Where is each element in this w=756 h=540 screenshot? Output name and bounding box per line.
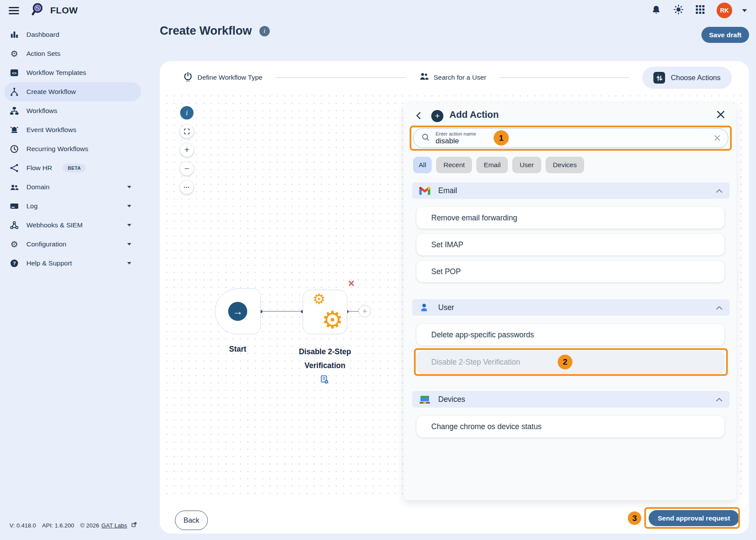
step-search-for-user[interactable]: Search for a User (419, 71, 486, 84)
panel-add-plus-button[interactable]: + (431, 110, 443, 122)
filter-chips: All Recent Email User Devices (413, 157, 584, 173)
action-node-disable-2step[interactable]: ⚙ ⚙ (303, 290, 347, 334)
sidebar-item-label: Create Workflow (26, 88, 76, 96)
user-avatar[interactable]: RK (717, 3, 732, 18)
start-arrow-icon: → (228, 302, 247, 321)
sidebar-item-webhooks-siem[interactable]: Webhooks & SIEM (4, 216, 141, 235)
annotation-circle-3: 3 (628, 511, 641, 525)
help-icon: ? (9, 259, 20, 268)
sidebar-item-dashboard[interactable]: Dashboard (4, 25, 141, 44)
action-item-remove-email-forwarding[interactable]: Remove email forwarding (417, 207, 724, 229)
event-workflows-siren-icon (9, 125, 20, 135)
action-search-input[interactable] (436, 137, 617, 146)
sidebar-item-configuration[interactable]: ⚙ Configuration (4, 235, 141, 254)
sidebar-item-event-workflows[interactable]: Event Workflows (4, 120, 141, 139)
action-node-label: Disable 2-Step Verification (285, 345, 365, 372)
action-item-set-pop[interactable]: Set POP (417, 261, 724, 282)
canvas-toolbar: i + − ••• (180, 106, 194, 194)
chip-all[interactable]: All (413, 157, 432, 173)
sidebar-item-label: Workflows (26, 107, 57, 115)
action-item-set-imap[interactable]: Set IMAP (417, 234, 724, 255)
choose-actions-icon (653, 72, 665, 84)
start-node-label: Start (210, 345, 265, 354)
chip-email[interactable]: Email (476, 157, 508, 173)
app-version: V: 0.418.0 (10, 522, 36, 529)
info-icon[interactable]: i (259, 26, 270, 36)
sidebar-item-create-workflow[interactable]: Create Workflow (4, 82, 141, 101)
more-options-button[interactable]: ••• (180, 181, 194, 194)
action-item-change-chrome-os-device-status[interactable]: Change chrome os device status (417, 416, 724, 437)
annotation-circle-2: 2 (558, 355, 572, 369)
node-connector (347, 311, 359, 312)
sidebar-item-log[interactable]: Log (4, 197, 141, 216)
chevron-down-icon (127, 204, 137, 208)
section-header-user[interactable]: User (412, 299, 730, 316)
sidebar-item-domain[interactable]: Domain (4, 178, 141, 197)
back-button[interactable]: Back (175, 511, 208, 530)
zoom-out-button[interactable]: − (180, 162, 194, 175)
sidebar-item-workflow-templates[interactable]: <> Workflow Templates (4, 63, 141, 82)
gmail-icon (419, 186, 432, 195)
sidebar-item-flow-hr[interactable]: Flow HR BETA (4, 158, 141, 178)
canvas-info-button[interactable]: i (180, 106, 194, 120)
svg-text:<>: <> (12, 71, 17, 75)
chevron-up-icon (716, 397, 723, 402)
webhooks-icon (9, 220, 20, 230)
step-label: Define Workflow Type (197, 74, 262, 81)
panel-back-chevron-icon[interactable] (414, 111, 423, 122)
clear-search-icon[interactable] (714, 134, 721, 143)
dashboard-icon (9, 30, 20, 39)
step-choose-actions[interactable]: Choose Actions (642, 67, 732, 89)
gat-labs-link[interactable]: GAT Labs (101, 522, 127, 529)
action-item-delete-app-specific-passwords[interactable]: Delete app-specific passwords (417, 324, 724, 346)
sidebar-item-label: Recurring Workflows (26, 145, 88, 153)
section-header-devices[interactable]: Devices (412, 391, 730, 407)
start-node[interactable]: → (215, 288, 261, 334)
add-next-node-button[interactable]: + (359, 305, 371, 317)
page-title: Create Workflow (160, 24, 252, 38)
chip-devices[interactable]: Devices (546, 157, 584, 173)
delete-node-icon[interactable]: × (348, 278, 355, 289)
domain-people-icon (9, 182, 20, 192)
fullscreen-button[interactable] (180, 125, 194, 138)
theme-brightness-icon[interactable] (673, 4, 684, 16)
section-name: Email (438, 186, 457, 195)
svg-text:?: ? (13, 261, 16, 266)
sidebar-item-label: Workflow Templates (26, 69, 86, 77)
account-chevron-down-icon[interactable] (742, 6, 747, 14)
send-approval-request-button[interactable]: Send approval request (649, 510, 739, 526)
sidebar: Dashboard ⚙ Action Sets <> Workflow Temp… (0, 21, 147, 540)
sidebar-item-recurring-workflows[interactable]: Recurring Workflows (4, 139, 141, 158)
create-workflow-branch-icon (9, 87, 20, 97)
sidebar-item-action-sets[interactable]: ⚙ Action Sets (4, 44, 141, 63)
sidebar-item-label: Log (26, 202, 38, 210)
sidebar-item-label: Event Workflows (26, 126, 76, 134)
chevron-down-icon (127, 262, 137, 265)
search-field-label: Enter action name (436, 131, 617, 136)
add-note-icon[interactable] (320, 375, 329, 386)
chip-user[interactable]: User (512, 157, 541, 173)
action-search-field[interactable]: Enter action name (413, 128, 728, 148)
panel-title: Add Action (449, 110, 499, 120)
sidebar-item-help-support[interactable]: ? Help & Support (4, 254, 141, 273)
external-link-icon[interactable] (131, 522, 137, 529)
app-logo: FLOW (31, 2, 78, 19)
sidebar-item-workflows[interactable]: Workflows (4, 101, 141, 120)
zoom-in-button[interactable]: + (180, 143, 194, 157)
sidebar-item-label: Domain (26, 183, 49, 191)
hamburger-menu-icon[interactable] (9, 7, 19, 14)
chip-recent[interactable]: Recent (436, 157, 472, 173)
panel-close-icon[interactable] (716, 110, 725, 121)
action-node-label-line2: Verification (285, 359, 365, 372)
step-connector (275, 77, 405, 78)
beta-badge: BETA (63, 164, 85, 172)
action-sets-gear-icon: ⚙ (9, 49, 20, 58)
save-draft-button[interactable]: Save draft (701, 27, 749, 43)
step-define-workflow-type[interactable]: Define Workflow Type (183, 71, 262, 84)
power-icon (183, 71, 193, 84)
apps-grid-icon[interactable] (696, 5, 704, 16)
annotation-circle-1: 1 (494, 130, 509, 146)
section-header-email[interactable]: Email (412, 182, 730, 199)
section-name: User (438, 303, 454, 312)
notifications-bell-icon[interactable] (651, 5, 661, 16)
